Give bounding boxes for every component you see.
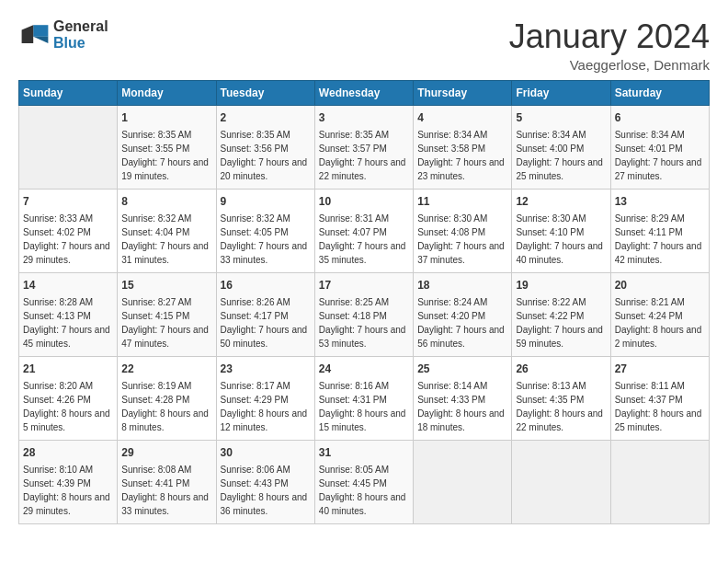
daylight-text: Daylight: 7 hours and 50 minutes. bbox=[221, 323, 311, 350]
day-number: 17 bbox=[319, 277, 409, 293]
day-number: 27 bbox=[615, 361, 705, 377]
cell-content: 23Sunrise: 8:17 AMSunset: 4:29 PMDayligh… bbox=[221, 361, 311, 434]
calendar-cell: 24Sunrise: 8:16 AMSunset: 4:31 PMDayligh… bbox=[314, 356, 413, 440]
sunset-text: Sunset: 4:07 PM bbox=[319, 225, 409, 239]
sunset-text: Sunset: 4:37 PM bbox=[615, 393, 705, 407]
calendar-cell bbox=[610, 440, 709, 523]
daylight-text: Daylight: 7 hours and 40 minutes. bbox=[516, 239, 606, 267]
sunset-text: Sunset: 3:58 PM bbox=[417, 142, 507, 155]
sunset-text: Sunset: 4:39 PM bbox=[23, 477, 113, 490]
sunrise-text: Sunrise: 8:28 AM bbox=[23, 295, 113, 309]
sunrise-text: Sunrise: 8:20 AM bbox=[23, 379, 113, 393]
daylight-text: Daylight: 8 hours and 12 minutes. bbox=[221, 407, 311, 434]
sunrise-text: Sunrise: 8:27 AM bbox=[121, 295, 211, 309]
calendar-cell: 5Sunrise: 8:34 AMSunset: 4:00 PMDaylight… bbox=[512, 105, 610, 189]
calendar-cell: 4Sunrise: 8:34 AMSunset: 3:58 PMDaylight… bbox=[414, 105, 512, 189]
calendar-cell: 6Sunrise: 8:34 AMSunset: 4:01 PMDaylight… bbox=[610, 105, 709, 189]
day-number: 5 bbox=[516, 109, 606, 126]
cell-content: 3Sunrise: 8:35 AMSunset: 3:57 PMDaylight… bbox=[319, 109, 409, 183]
cell-content: 6Sunrise: 8:34 AMSunset: 4:01 PMDaylight… bbox=[615, 109, 705, 183]
sunset-text: Sunset: 4:15 PM bbox=[121, 309, 211, 323]
calendar-cell: 16Sunrise: 8:26 AMSunset: 4:17 PMDayligh… bbox=[216, 272, 314, 356]
daylight-text: Daylight: 7 hours and 35 minutes. bbox=[319, 239, 409, 267]
day-number: 2 bbox=[221, 109, 311, 126]
header-row: SundayMondayTuesdayWednesdayThursdayFrid… bbox=[19, 80, 710, 105]
sunset-text: Sunset: 4:26 PM bbox=[23, 393, 113, 407]
sunrise-text: Sunrise: 8:19 AM bbox=[121, 379, 211, 393]
cell-content: 21Sunrise: 8:20 AMSunset: 4:26 PMDayligh… bbox=[23, 361, 113, 434]
sunset-text: Sunset: 4:05 PM bbox=[221, 225, 311, 239]
sunrise-text: Sunrise: 8:35 AM bbox=[319, 128, 409, 142]
calendar-cell: 1Sunrise: 8:35 AMSunset: 3:55 PMDaylight… bbox=[118, 105, 216, 189]
sunrise-text: Sunrise: 8:31 AM bbox=[319, 212, 409, 225]
calendar-cell: 19Sunrise: 8:22 AMSunset: 4:22 PMDayligh… bbox=[512, 272, 610, 356]
calendar-cell: 11Sunrise: 8:30 AMSunset: 4:08 PMDayligh… bbox=[414, 189, 512, 272]
calendar-cell bbox=[19, 105, 118, 189]
cell-content: 26Sunrise: 8:13 AMSunset: 4:35 PMDayligh… bbox=[516, 361, 606, 434]
cell-content: 27Sunrise: 8:11 AMSunset: 4:37 PMDayligh… bbox=[615, 361, 705, 434]
day-header-wednesday: Wednesday bbox=[314, 80, 413, 105]
day-number: 29 bbox=[121, 444, 211, 461]
day-number: 25 bbox=[417, 361, 507, 377]
sunset-text: Sunset: 4:31 PM bbox=[319, 393, 409, 407]
day-number: 22 bbox=[121, 361, 211, 377]
sunset-text: Sunset: 4:11 PM bbox=[615, 225, 705, 239]
day-header-saturday: Saturday bbox=[610, 80, 709, 105]
calendar-week-2: 7Sunrise: 8:33 AMSunset: 4:02 PMDaylight… bbox=[19, 189, 710, 272]
svg-marker-2 bbox=[22, 25, 34, 43]
sunrise-text: Sunrise: 8:34 AM bbox=[615, 128, 705, 142]
daylight-text: Daylight: 7 hours and 33 minutes. bbox=[221, 239, 311, 267]
daylight-text: Daylight: 8 hours and 29 minutes. bbox=[23, 490, 113, 518]
sunset-text: Sunset: 4:43 PM bbox=[221, 477, 311, 490]
sunset-text: Sunset: 4:33 PM bbox=[417, 393, 507, 407]
sunrise-text: Sunrise: 8:22 AM bbox=[516, 295, 606, 309]
daylight-text: Daylight: 7 hours and 23 minutes. bbox=[417, 155, 507, 183]
calendar-cell bbox=[414, 440, 512, 523]
sunset-text: Sunset: 4:35 PM bbox=[516, 393, 606, 407]
month-title: January 2024 bbox=[509, 18, 710, 55]
day-header-tuesday: Tuesday bbox=[216, 80, 314, 105]
calendar-cell: 12Sunrise: 8:30 AMSunset: 4:10 PMDayligh… bbox=[512, 189, 610, 272]
daylight-text: Daylight: 8 hours and 33 minutes. bbox=[121, 490, 211, 518]
sunrise-text: Sunrise: 8:34 AM bbox=[417, 128, 507, 142]
cell-content: 17Sunrise: 8:25 AMSunset: 4:18 PMDayligh… bbox=[319, 277, 409, 350]
logo: General Blue bbox=[18, 18, 108, 52]
daylight-text: Daylight: 7 hours and 22 minutes. bbox=[319, 155, 409, 183]
daylight-text: Daylight: 8 hours and 15 minutes. bbox=[319, 407, 409, 434]
sunrise-text: Sunrise: 8:14 AM bbox=[417, 379, 507, 393]
cell-content: 31Sunrise: 8:05 AMSunset: 4:45 PMDayligh… bbox=[319, 444, 409, 518]
daylight-text: Daylight: 8 hours and 8 minutes. bbox=[121, 407, 211, 434]
day-number: 31 bbox=[319, 444, 409, 461]
sunrise-text: Sunrise: 8:24 AM bbox=[417, 295, 507, 309]
sunrise-text: Sunrise: 8:34 AM bbox=[516, 128, 606, 142]
day-number: 21 bbox=[23, 361, 113, 377]
sunrise-text: Sunrise: 8:08 AM bbox=[121, 463, 211, 477]
daylight-text: Daylight: 7 hours and 45 minutes. bbox=[23, 323, 113, 350]
day-number: 10 bbox=[319, 193, 409, 210]
calendar-cell: 21Sunrise: 8:20 AMSunset: 4:26 PMDayligh… bbox=[19, 356, 118, 440]
calendar-cell: 14Sunrise: 8:28 AMSunset: 4:13 PMDayligh… bbox=[19, 272, 118, 356]
sunrise-text: Sunrise: 8:32 AM bbox=[121, 212, 211, 225]
calendar-cell: 29Sunrise: 8:08 AMSunset: 4:41 PMDayligh… bbox=[118, 440, 216, 523]
calendar-cell: 30Sunrise: 8:06 AMSunset: 4:43 PMDayligh… bbox=[216, 440, 314, 523]
daylight-text: Daylight: 7 hours and 37 minutes. bbox=[417, 239, 507, 267]
day-header-thursday: Thursday bbox=[414, 80, 512, 105]
cell-content: 7Sunrise: 8:33 AMSunset: 4:02 PMDaylight… bbox=[23, 193, 113, 267]
daylight-text: Daylight: 7 hours and 42 minutes. bbox=[615, 239, 705, 267]
cell-content: 16Sunrise: 8:26 AMSunset: 4:17 PMDayligh… bbox=[221, 277, 311, 350]
daylight-text: Daylight: 7 hours and 47 minutes. bbox=[121, 323, 211, 350]
day-number: 3 bbox=[319, 109, 409, 126]
sunset-text: Sunset: 4:08 PM bbox=[417, 225, 507, 239]
day-number: 6 bbox=[615, 109, 705, 126]
sunset-text: Sunset: 4:01 PM bbox=[615, 142, 705, 155]
calendar-cell: 2Sunrise: 8:35 AMSunset: 3:56 PMDaylight… bbox=[216, 105, 314, 189]
sunset-text: Sunset: 4:28 PM bbox=[121, 393, 211, 407]
daylight-text: Daylight: 8 hours and 5 minutes. bbox=[23, 407, 113, 434]
sunset-text: Sunset: 4:41 PM bbox=[121, 477, 211, 490]
daylight-text: Daylight: 8 hours and 2 minutes. bbox=[615, 323, 705, 350]
daylight-text: Daylight: 7 hours and 20 minutes. bbox=[221, 155, 311, 183]
cell-content: 30Sunrise: 8:06 AMSunset: 4:43 PMDayligh… bbox=[221, 444, 311, 518]
daylight-text: Daylight: 8 hours and 25 minutes. bbox=[615, 407, 705, 434]
calendar-cell: 3Sunrise: 8:35 AMSunset: 3:57 PMDaylight… bbox=[314, 105, 413, 189]
svg-marker-0 bbox=[33, 25, 48, 37]
